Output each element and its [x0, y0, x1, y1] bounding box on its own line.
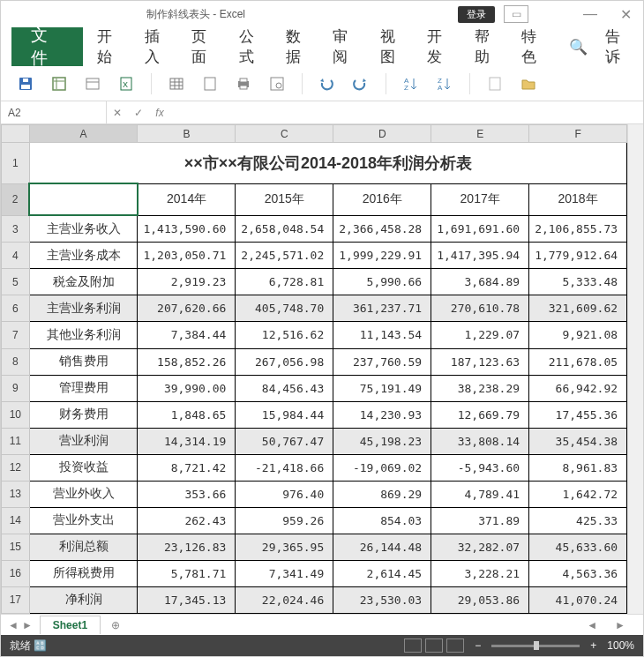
sort-asc-icon[interactable]: AZ — [402, 75, 420, 93]
row-header-7[interactable]: 7 — [2, 322, 30, 348]
data-cell[interactable]: 1,203,050.71 — [138, 243, 236, 269]
data-cell[interactable]: 12,516.62 — [236, 322, 333, 348]
data-cell[interactable]: 854.03 — [333, 507, 431, 534]
col-header-b[interactable]: B — [138, 125, 236, 143]
zoom-in-button[interactable]: + — [590, 639, 596, 652]
data-cell[interactable]: 3,684.89 — [431, 269, 529, 295]
data-cell[interactable]: -19,069.02 — [333, 454, 431, 481]
data-cell[interactable]: 7,384.44 — [138, 322, 236, 348]
row-header-17[interactable]: 17 — [2, 586, 30, 613]
data-cell[interactable]: 2,366,458.28 — [333, 215, 431, 243]
cell-a2-selected[interactable] — [29, 183, 138, 215]
data-cell[interactable]: 1,413,590.60 — [138, 215, 236, 243]
data-cell[interactable]: 50,767.47 — [236, 428, 333, 454]
data-cell[interactable]: 211,678.05 — [529, 348, 627, 375]
data-cell[interactable]: 11,143.54 — [333, 322, 431, 348]
data-cell[interactable]: 1,229.07 — [431, 322, 529, 348]
year-2017[interactable]: 2017年 — [431, 183, 529, 215]
row-header-11[interactable]: 11 — [2, 428, 30, 454]
add-sheet-button[interactable]: ⊕ — [101, 619, 131, 631]
data-cell[interactable]: -5,943.60 — [431, 454, 529, 481]
print-icon[interactable] — [235, 75, 252, 93]
data-cell[interactable]: 9,921.08 — [529, 322, 627, 348]
view-page-break-icon[interactable] — [446, 638, 464, 653]
vertical-scrollbar[interactable] — [627, 124, 643, 614]
data-cell[interactable]: 14,230.93 — [333, 401, 431, 428]
data-cell[interactable]: 2,245,571.02 — [236, 243, 333, 269]
data-cell[interactable]: 26,144.48 — [333, 534, 431, 560]
data-cell[interactable]: 3,228.21 — [431, 560, 529, 586]
data-cell[interactable]: 33,808.14 — [431, 428, 529, 454]
close-button[interactable]: ✕ — [608, 1, 643, 27]
name-box[interactable]: A2 — [1, 101, 107, 123]
year-2016[interactable]: 2016年 — [333, 183, 431, 215]
data-cell[interactable]: 405,748.70 — [236, 295, 333, 322]
data-cell[interactable]: 14,314.19 — [138, 428, 236, 454]
row-label[interactable]: 其他业务利润 — [29, 322, 138, 348]
row-header-1[interactable]: 1 — [2, 143, 30, 184]
data-cell[interactable]: 7,341.49 — [236, 560, 333, 586]
data-cell[interactable]: 321,609.62 — [529, 295, 627, 322]
data-cell[interactable]: 237,760.59 — [333, 348, 431, 375]
data-cell[interactable]: 5,781.71 — [138, 560, 236, 586]
fx-icon[interactable]: fx — [149, 107, 170, 119]
login-button[interactable]: 登录 — [458, 6, 495, 23]
sheet-nav-next-icon[interactable]: ► — [22, 619, 33, 631]
data-cell[interactable]: 1,848.65 — [138, 401, 236, 428]
row-label[interactable]: 营业外支出 — [29, 507, 138, 534]
data-cell[interactable]: 1,691,691.60 — [431, 215, 529, 243]
row-label[interactable]: 营业利润 — [29, 428, 138, 454]
data-cell[interactable]: 45,198.23 — [333, 428, 431, 454]
row-header-8[interactable]: 8 — [2, 348, 30, 375]
row-label[interactable]: 利润总额 — [29, 534, 138, 560]
row-label[interactable]: 投资收益 — [29, 454, 138, 481]
data-cell[interactable]: 959.26 — [236, 507, 333, 534]
data-cell[interactable]: 17,455.36 — [529, 401, 627, 428]
data-cell[interactable]: 35,454.38 — [529, 428, 627, 454]
ribbon-display-options[interactable]: ▭ — [504, 5, 528, 23]
row-label[interactable]: 管理费用 — [29, 375, 138, 401]
year-2015[interactable]: 2015年 — [236, 183, 333, 215]
sheet-nav-prev-icon[interactable]: ◄ — [8, 619, 19, 631]
data-cell[interactable]: 12,669.79 — [431, 401, 529, 428]
data-cell[interactable]: 6,728.81 — [236, 269, 333, 295]
data-cell[interactable]: 270,610.78 — [431, 295, 529, 322]
data-cell[interactable]: 2,614.45 — [333, 560, 431, 586]
data-cell[interactable]: 32,282.07 — [431, 534, 529, 560]
data-cell[interactable]: 262.43 — [138, 507, 236, 534]
row-label[interactable]: 财务费用 — [29, 401, 138, 428]
cancel-formula-icon[interactable]: ✕ — [107, 107, 128, 119]
data-cell[interactable]: 17,345.13 — [138, 586, 236, 613]
row-header-15[interactable]: 15 — [2, 534, 30, 560]
excel-file-icon[interactable]: X — [117, 75, 135, 93]
table-title[interactable]: ××市××有限公司2014-2018年利润分析表 — [29, 143, 626, 184]
data-cell[interactable]: 158,852.26 — [138, 348, 236, 375]
col-header-a[interactable]: A — [29, 125, 138, 143]
blank-doc-icon[interactable] — [486, 75, 504, 93]
row-label[interactable]: 主营业务利润 — [29, 295, 138, 322]
row-header-4[interactable]: 4 — [2, 243, 30, 269]
data-cell[interactable]: 75,191.49 — [333, 375, 431, 401]
data-cell[interactable]: 267,056.98 — [236, 348, 333, 375]
view-page-layout-icon[interactable] — [425, 638, 443, 653]
data-cell[interactable]: 5,333.48 — [529, 269, 627, 295]
row-header-2[interactable]: 2 — [2, 183, 30, 215]
row-header-6[interactable]: 6 — [2, 295, 30, 322]
data-cell[interactable]: 38,238.29 — [431, 375, 529, 401]
hscroll-left-icon[interactable]: ◄ — [587, 619, 597, 631]
data-cell[interactable]: 353.66 — [138, 481, 236, 507]
data-cell[interactable]: 39,990.00 — [138, 375, 236, 401]
row-header-9[interactable]: 9 — [2, 375, 30, 401]
zoom-slider[interactable] — [491, 645, 580, 647]
col-header-f[interactable]: F — [529, 125, 627, 143]
data-cell[interactable]: 29,053.86 — [431, 586, 529, 613]
row-header-13[interactable]: 13 — [2, 481, 30, 507]
data-cell[interactable]: 8,721.42 — [138, 454, 236, 481]
data-cell[interactable]: 4,563.36 — [529, 560, 627, 586]
row-label[interactable]: 营业外收入 — [29, 481, 138, 507]
data-cell[interactable]: 869.29 — [333, 481, 431, 507]
data-cell[interactable]: 15,984.44 — [236, 401, 333, 428]
row-label[interactable]: 税金及附加 — [29, 269, 138, 295]
hscroll-right-icon[interactable]: ► — [615, 619, 625, 631]
data-cell[interactable]: 361,237.71 — [333, 295, 431, 322]
